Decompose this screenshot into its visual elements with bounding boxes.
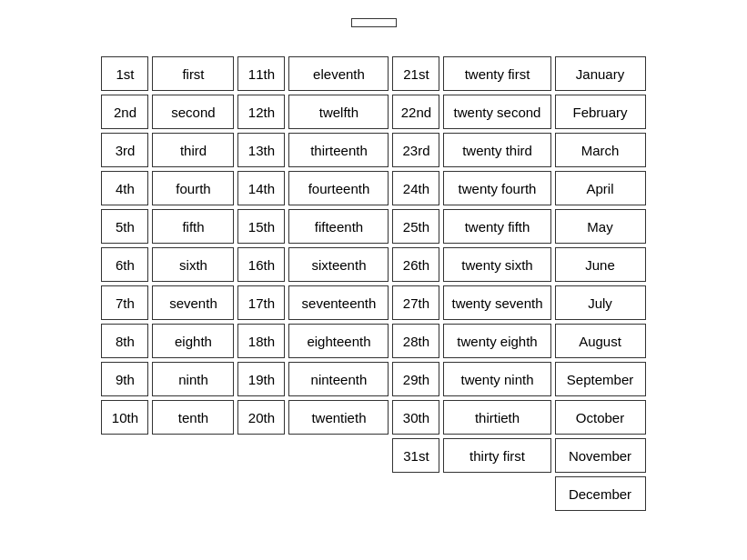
list-item: 20th	[237, 400, 285, 435]
main-table: 1st2nd3rd4th5th6th7th8th9th10th firstsec…	[99, 55, 647, 513]
list-item: June	[555, 247, 646, 282]
list-item: fifteenth	[288, 209, 389, 244]
col-months: JanuaryFebruaryMarchAprilMayJuneJulyAugu…	[553, 55, 648, 513]
list-item: twentieth	[288, 400, 389, 435]
list-item: 24th	[392, 171, 439, 205]
list-item: eighth	[152, 324, 234, 358]
list-item: August	[555, 324, 646, 358]
list-item: 5th	[101, 209, 148, 244]
list-item: ninteenth	[288, 362, 389, 396]
list-item: twenty sixth	[443, 247, 550, 282]
list-item: September	[555, 362, 646, 396]
list-item: 31st	[392, 438, 439, 473]
list-item: second	[152, 95, 234, 129]
list-item: 11th	[237, 56, 285, 91]
list-item: April	[555, 171, 646, 205]
list-item: 18th	[237, 324, 285, 358]
list-item: October	[555, 400, 646, 435]
col-group-2: 11th12th13th14th15th16th17th18th19th20th…	[236, 55, 390, 436]
list-item: 12th	[237, 95, 285, 129]
list-item: January	[555, 56, 646, 91]
list-item: 7th	[101, 285, 148, 320]
list-item: twenty third	[443, 133, 550, 167]
list-item: 26th	[392, 247, 439, 282]
col-ordinals-3: 21st22nd23rd24th25th26th27th28th29th30th…	[390, 55, 441, 475]
col-group-1: 1st2nd3rd4th5th6th7th8th9th10th firstsec…	[99, 55, 236, 436]
list-item: twenty second	[443, 95, 550, 129]
list-item: eighteenth	[288, 324, 389, 358]
list-item: sixth	[152, 247, 234, 282]
list-item: 17th	[237, 285, 285, 320]
col-ordinals-2: 11th12th13th14th15th16th17th18th19th20th	[236, 55, 287, 436]
list-item: seventh	[152, 285, 234, 320]
list-item: 16th	[237, 247, 285, 282]
page-title-box	[351, 18, 397, 27]
list-item: seventeenth	[288, 285, 389, 320]
list-item: February	[555, 95, 646, 129]
list-item: 14th	[237, 171, 285, 205]
col-words-3: twenty firsttwenty secondtwenty thirdtwe…	[441, 55, 552, 475]
list-item: 3rd	[101, 133, 148, 167]
list-item: November	[555, 438, 646, 473]
list-item: 10th	[101, 400, 148, 435]
list-item: thirty first	[443, 438, 550, 473]
list-item: 9th	[101, 362, 148, 396]
list-item: 8th	[101, 324, 148, 358]
list-item: thirtieth	[443, 400, 550, 435]
list-item: twenty ninth	[443, 362, 550, 396]
list-item: 23rd	[392, 133, 439, 167]
list-item: twelfth	[288, 95, 389, 129]
list-item: December	[555, 476, 646, 511]
list-item: eleventh	[288, 56, 389, 91]
list-item: 27th	[392, 285, 439, 320]
list-item: May	[555, 209, 646, 244]
list-item: 22nd	[392, 95, 439, 129]
col-group-months: JanuaryFebruaryMarchAprilMayJuneJulyAugu…	[553, 55, 648, 513]
list-item: 6th	[101, 247, 148, 282]
list-item: twenty fourth	[443, 171, 550, 205]
list-item: fourteenth	[288, 171, 389, 205]
list-item: 15th	[237, 209, 285, 244]
list-item: first	[152, 56, 234, 91]
list-item: March	[555, 133, 646, 167]
list-item: 29th	[392, 362, 439, 396]
col-words-2: eleventhtwelfththirteenthfourteenthfifte…	[287, 55, 390, 436]
list-item: 13th	[237, 133, 285, 167]
col-ordinals-1: 1st2nd3rd4th5th6th7th8th9th10th	[99, 55, 150, 436]
list-item: 21st	[392, 56, 439, 91]
list-item: 25th	[392, 209, 439, 244]
list-item: 2nd	[101, 95, 148, 129]
list-item: third	[152, 133, 234, 167]
list-item: thirteenth	[288, 133, 389, 167]
list-item: July	[555, 285, 646, 320]
list-item: twenty seventh	[443, 285, 550, 320]
list-item: tenth	[152, 400, 234, 435]
list-item: 30th	[392, 400, 439, 435]
list-item: 19th	[237, 362, 285, 396]
list-item: 1st	[101, 56, 148, 91]
list-item: sixteenth	[288, 247, 389, 282]
col-group-3: 21st22nd23rd24th25th26th27th28th29th30th…	[390, 55, 552, 475]
list-item: ninth	[152, 362, 234, 396]
col-words-1: firstsecondthirdfourthfifthsixthseventhe…	[150, 55, 236, 436]
list-item: fifth	[152, 209, 234, 244]
list-item: twenty first	[443, 56, 550, 91]
list-item: twenty fifth	[443, 209, 550, 244]
list-item: 28th	[392, 324, 439, 358]
list-item: fourth	[152, 171, 234, 205]
list-item: twenty eighth	[443, 324, 550, 358]
list-item: 4th	[101, 171, 148, 205]
